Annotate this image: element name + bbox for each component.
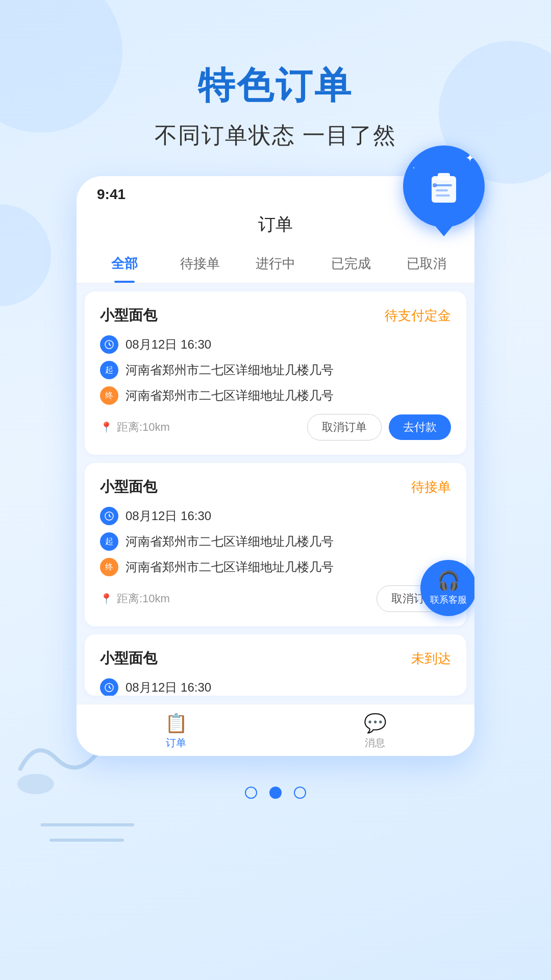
clipboard-icon <box>423 166 464 207</box>
page-subtitle: 不同订单状态 一目了然 <box>0 120 551 151</box>
dot-1[interactable] <box>245 787 257 799</box>
pagination-dots <box>0 787 551 799</box>
location-icon-2: 📍 <box>100 593 113 605</box>
sparkle-icon-2: · <box>412 161 415 174</box>
clock-icon-2 <box>100 507 118 525</box>
messages-tab-icon: 💬 <box>364 713 387 734</box>
order-start-1: 河南省郑州市二七区详细地址几楼几号 <box>126 362 334 378</box>
order-card-2: 小型面包 待接单 08月12日 16:30 起 河南省郑州市二七区详细地址几楼几… <box>85 463 466 626</box>
page-title: 特色订单 <box>0 61 551 110</box>
clock-icon-3 <box>100 678 118 696</box>
order-card-3: 小型面包 未到达 08月12日 16:30 <box>85 634 466 696</box>
order-start-row-1: 起 河南省郑州市二七区详细地址几楼几号 <box>100 361 451 379</box>
order-distance-2: 📍 距离:10km <box>100 591 170 606</box>
order-status-2: 待接单 <box>411 478 451 496</box>
order-datetime-row-3: 08月12日 16:30 <box>100 678 451 696</box>
pay-btn-1[interactable]: 去付款 <box>389 414 451 440</box>
order-distance-1: 📍 距离:10km <box>100 420 170 435</box>
tab-cancelled[interactable]: 已取消 <box>389 247 464 283</box>
bottom-tab-messages[interactable]: 💬 消息 <box>276 713 474 750</box>
order-status-1: 待支付定金 <box>385 307 451 325</box>
cancel-order-btn-1[interactable]: 取消订单 <box>307 414 382 440</box>
order-type-3: 小型面包 <box>100 649 157 668</box>
order-card-1: 小型面包 待支付定金 08月12日 16:30 起 河南省郑州市二七区详细地址几… <box>85 291 466 455</box>
svg-rect-2 <box>436 184 452 186</box>
order-datetime-1: 08月12日 16:30 <box>126 336 211 353</box>
sparkle-icon-1: ✦ <box>465 152 474 165</box>
order-datetime-row-1: 08月12日 16:30 <box>100 335 451 354</box>
headset-icon: 🎧 <box>437 570 460 592</box>
orders-tab-icon: 📋 <box>165 713 188 734</box>
bg-decoration-3 <box>0 204 51 306</box>
order-datetime-row-2: 08月12日 16:30 <box>100 507 451 525</box>
start-icon-1: 起 <box>100 361 118 379</box>
tab-all[interactable]: 全部 <box>87 247 162 283</box>
order-end-row-2: 终 河南省郑州市二七区详细地址几楼几号 <box>100 558 451 576</box>
start-icon-2: 起 <box>100 532 118 551</box>
order-type-1: 小型面包 <box>100 306 157 325</box>
end-icon-1: 终 <box>100 386 118 405</box>
order-status-3: 未到达 <box>411 650 451 668</box>
order-end-2: 河南省郑州市二七区详细地址几楼几号 <box>126 559 334 575</box>
tab-in-progress[interactable]: 进行中 <box>238 247 313 283</box>
location-icon-1: 📍 <box>100 421 113 433</box>
dot-2[interactable] <box>269 787 282 799</box>
order-datetime-2: 08月12日 16:30 <box>126 508 211 524</box>
robot-badge: ✦ · <box>403 145 485 227</box>
order-card-2-header: 小型面包 待接单 <box>100 477 451 497</box>
order-card-1-header: 小型面包 待支付定金 <box>100 306 451 325</box>
tab-pending-accept[interactable]: 待接单 <box>162 247 238 283</box>
header-section: 特色订单 不同订单状态 一目了然 <box>0 0 551 176</box>
order-datetime-3: 08月12日 16:30 <box>126 679 211 696</box>
clock-icon-1 <box>100 335 118 354</box>
customer-service-button[interactable]: 🎧 联系客服 <box>420 560 474 616</box>
order-footer-1: 📍 距离:10km 取消订单 去付款 <box>100 414 451 440</box>
dot-3[interactable] <box>294 787 306 799</box>
svg-point-5 <box>433 183 437 187</box>
tab-completed[interactable]: 已完成 <box>313 247 389 283</box>
bottom-tab-bar: 📋 订单 💬 消息 <box>77 704 474 756</box>
order-card-3-header: 小型面包 未到达 <box>100 649 451 668</box>
status-time: 9:41 <box>97 186 126 203</box>
line-decoration <box>41 815 153 857</box>
phone-mockup: ✦ · 9:41 订单 <box>77 176 474 756</box>
order-start-2: 河南省郑州市二七区详细地址几楼几号 <box>126 533 334 550</box>
order-type-2: 小型面包 <box>100 477 157 497</box>
order-footer-2: 📍 距离:10km 取消订单 <box>100 585 451 612</box>
orders-list: 小型面包 待支付定金 08月12日 16:30 起 河南省郑州市二七区详细地址几… <box>77 283 474 704</box>
order-actions-1: 取消订单 去付款 <box>307 414 451 440</box>
order-end-row-1: 终 河南省郑州市二七区详细地址几楼几号 <box>100 386 451 405</box>
svg-rect-4 <box>436 194 450 197</box>
end-icon-2: 终 <box>100 558 118 576</box>
svg-rect-3 <box>436 189 448 191</box>
tabs-container: 全部 待接单 进行中 已完成 已取消 <box>77 247 474 283</box>
svg-rect-1 <box>438 173 450 180</box>
customer-service-label: 联系客服 <box>430 594 467 606</box>
order-end-1: 河南省郑州市二七区详细地址几楼几号 <box>126 387 334 404</box>
order-start-row-2: 起 河南省郑州市二七区详细地址几楼几号 <box>100 532 451 551</box>
phone-screen: 9:41 订单 全部 待接单 进行中 <box>77 176 474 756</box>
bottom-tab-orders[interactable]: 📋 订单 <box>77 713 276 750</box>
